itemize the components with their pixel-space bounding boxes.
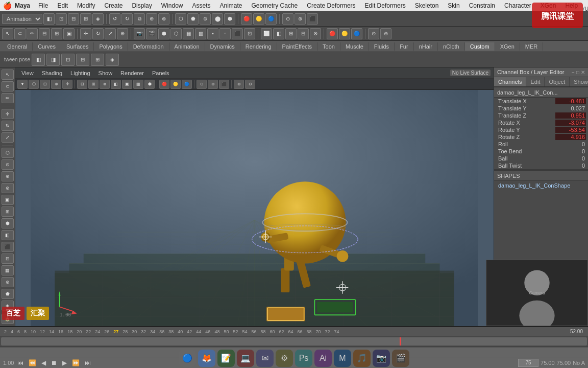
menu-edit[interactable]: Edit: [53, 1, 72, 10]
toolbar-render[interactable]: 🎬: [146, 28, 157, 39]
custom-shelf-btn3[interactable]: ⊡: [61, 54, 75, 66]
shelf-icon-17[interactable]: 🟡: [253, 13, 264, 25]
shelf-icon-4[interactable]: ⊞: [80, 13, 91, 25]
tab-mer[interactable]: MER: [520, 42, 543, 51]
toolbar-icon5[interactable]: ▪: [207, 28, 218, 39]
toolbar-icon1[interactable]: ⬢: [158, 28, 169, 39]
dock-notes[interactable]: 📝: [217, 350, 235, 367]
toolbar-icon11[interactable]: ⊞: [285, 28, 297, 39]
shelf-icon-10[interactable]: ⊗: [158, 13, 169, 25]
tab-polygons[interactable]: Polygons: [94, 42, 128, 51]
ruler-tick-50[interactable]: 50: [222, 329, 231, 334]
tab-fur[interactable]: Fur: [395, 42, 414, 51]
ruler-tick-30[interactable]: 30: [130, 329, 139, 334]
dock-browser[interactable]: 🦊: [198, 350, 215, 367]
ruler-tick-42[interactable]: 42: [185, 329, 194, 334]
toolbar-icon2[interactable]: ⬡: [170, 28, 182, 39]
channel-value-5[interactable]: 4.916: [555, 134, 586, 140]
ruler-tick-36[interactable]: 36: [157, 329, 166, 334]
dock-mail[interactable]: ✉: [256, 350, 274, 367]
toolbar-universal[interactable]: ⊕: [117, 28, 128, 39]
vp-menu-show[interactable]: Show: [95, 70, 116, 76]
ruler-tick-14[interactable]: 14: [47, 329, 56, 334]
toolbar-icon17[interactable]: ⊙: [368, 28, 379, 39]
panel-float[interactable]: □: [576, 70, 579, 75]
channel-value-4[interactable]: -53.54: [555, 127, 586, 133]
menu-animate[interactable]: Animate: [216, 1, 247, 10]
panel-tab-channels[interactable]: Channels: [494, 77, 526, 86]
tool-icon7[interactable]: ⬢: [2, 218, 14, 228]
toolbar-icon10[interactable]: ◧: [273, 28, 284, 39]
dock-icon3[interactable]: 🎬: [392, 350, 409, 367]
shelf-icon-1[interactable]: ◧: [43, 13, 55, 25]
tab-animation[interactable]: Animation: [169, 42, 205, 51]
menu-display[interactable]: Display: [128, 1, 156, 10]
tool-icon10[interactable]: ⊟: [2, 254, 14, 264]
tab-general[interactable]: General: [2, 42, 33, 51]
menu-modify[interactable]: Modify: [73, 1, 99, 10]
custom-shelf-btn4[interactable]: ⊟: [76, 54, 89, 66]
channel-value-9[interactable]: 0: [555, 163, 586, 169]
mode-dropdown[interactable]: Animation: [2, 14, 42, 24]
playhead[interactable]: [400, 337, 401, 346]
shelf-icon-5[interactable]: ◈: [92, 13, 104, 25]
timeline-bg[interactable]: [1, 337, 587, 346]
vp-menu-panels[interactable]: Panels: [149, 70, 173, 76]
vi-icon1[interactable]: ▼: [17, 80, 28, 89]
channel-value-2[interactable]: 0.951: [555, 112, 586, 119]
dock-finder[interactable]: 🔵: [179, 350, 196, 367]
vi-icon15[interactable]: 🔵: [182, 80, 192, 89]
tab-nhair[interactable]: nHair: [414, 42, 438, 51]
ruler-tick-66[interactable]: 66: [296, 329, 305, 334]
vi-icon9[interactable]: ◧: [111, 80, 121, 89]
toolbar-snap1[interactable]: ⊟: [39, 28, 50, 39]
dock-maya[interactable]: M: [334, 350, 351, 367]
tool-icon5[interactable]: ▣: [2, 195, 14, 205]
toolbar-icon15[interactable]: 🟡: [339, 28, 350, 39]
menu-create[interactable]: Create: [100, 1, 127, 10]
toolbar-icon3[interactable]: ▦: [183, 28, 194, 39]
shapes-item[interactable]: damao_leg_L_IK_ConShape: [494, 181, 588, 190]
shelf-icon-2[interactable]: ⊡: [56, 13, 67, 25]
channel-value-0[interactable]: -0.481: [555, 98, 586, 104]
shelf-icon-16[interactable]: 🔴: [241, 13, 252, 25]
toolbar-camera[interactable]: 📷: [134, 28, 145, 39]
toolbar-icon8[interactable]: ⊡: [244, 28, 255, 39]
tool-lasso[interactable]: ⊂: [2, 81, 14, 91]
tool-icon11[interactable]: ▦: [2, 265, 14, 275]
toolbar-icon4[interactable]: ▩: [195, 28, 206, 39]
ruler-tick-28[interactable]: 28: [120, 329, 130, 334]
tool-icon1[interactable]: ⬡: [2, 148, 14, 158]
dock-prefs[interactable]: ⚙: [276, 350, 293, 367]
channel-value-3[interactable]: -3.074: [555, 120, 586, 126]
ruler-tick-60[interactable]: 60: [267, 329, 277, 334]
tool-icon9[interactable]: ⬛: [2, 242, 14, 252]
vp-menu-renderer[interactable]: Renderer: [117, 70, 147, 76]
vi-icon3[interactable]: ⊡: [40, 80, 50, 89]
ruler-tick-20[interactable]: 20: [75, 329, 84, 334]
vi-icon4[interactable]: ⊕: [51, 80, 61, 89]
toolbar-select[interactable]: ↖: [2, 28, 13, 39]
dock-icon2[interactable]: 📷: [373, 350, 390, 367]
dock-ai[interactable]: Ai: [314, 350, 332, 367]
panel-close[interactable]: ✕: [581, 70, 585, 75]
vi-icon13[interactable]: 🔴: [159, 80, 169, 89]
ruler-tick-44[interactable]: 44: [194, 329, 203, 334]
ruler-tick-8[interactable]: 8: [22, 329, 29, 334]
channel-value-6[interactable]: 0: [555, 141, 586, 147]
ruler-tick-74[interactable]: 74: [332, 329, 341, 334]
menu-file[interactable]: File: [34, 1, 52, 10]
ruler-tick-18[interactable]: 18: [65, 329, 75, 334]
ruler-tick-46[interactable]: 46: [203, 329, 212, 334]
menu-skin[interactable]: Skin: [444, 1, 463, 10]
ruler-tick-64[interactable]: 64: [286, 329, 296, 334]
shelf-icon-14[interactable]: ⬤: [212, 13, 223, 25]
menu-geometry-cache[interactable]: Geometry Cache: [248, 1, 302, 10]
shelf-icon-15[interactable]: ⬢: [224, 13, 235, 25]
menu-edit-deformers[interactable]: Edit Deformers: [361, 1, 410, 10]
ruler-tick-40[interactable]: 40: [176, 329, 185, 334]
dock-ps[interactable]: Ps: [295, 350, 312, 367]
shelf-icon-13[interactable]: ⊚: [200, 13, 211, 25]
ruler-tick-48[interactable]: 48: [212, 329, 222, 334]
ruler-tick-68[interactable]: 68: [305, 329, 314, 334]
